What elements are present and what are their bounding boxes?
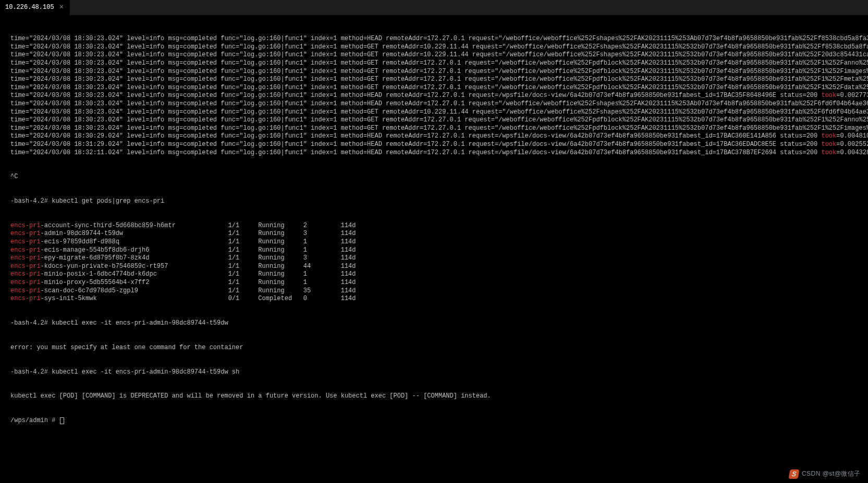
log-area: time="2024/03/08 18:30:23.024" level=inf… [10, 35, 865, 157]
pod-prefix: encs-pri [10, 254, 41, 262]
log-line: time="2024/03/08 18:30:23.024" level=inf… [10, 59, 865, 68]
took-keyword: took [821, 141, 836, 148]
pod-prefix: encs-pri [10, 238, 41, 245]
pod-prefix: encs-pri [10, 222, 41, 229]
table-row: encs-pri-minio-proxy-5db55564b4-x7ff2 1/… [10, 279, 865, 287]
took-keyword: took [821, 92, 836, 99]
log-line: time="2024/03/08 18:30:23.024" level=inf… [10, 76, 865, 84]
log-line: time="2024/03/08 18:30:23.024" level=inf… [10, 68, 865, 76]
log-line: time="2024/03/08 18:30:23.024" level=inf… [10, 35, 865, 43]
table-row: encs-pri-ecis-97859dd8f-d988q 1/1 Runnin… [10, 238, 865, 246]
cursor-icon [60, 417, 64, 424]
table-row: encs-pri-sys-init-5kmwk 0/1 Completed 0 … [10, 295, 865, 303]
table-row: encs-pri-kdocs-yun-private-b7546859c-rt9… [10, 263, 865, 271]
cmd-exec-1: -bash-4.2# kubectl exec -it encs-pri-adm… [10, 319, 865, 328]
exec-error: error: you must specify at least one com… [10, 344, 865, 352]
watermark: S CSDN @st@微信子 [789, 469, 861, 479]
cmd-get-pods: -bash-4.2# kubectl get pods|grep encs-pr… [10, 197, 865, 206]
table-row: encs-pri-ecis-manage-554b5f8db6-drjh6 1/… [10, 246, 865, 255]
table-row: encs-pri-scan-doc-6c7d978dd5-zgpl9 1/1 R… [10, 287, 865, 295]
log-line: time="2024/03/08 18:30:23.024" level=inf… [10, 43, 865, 52]
pod-prefix: encs-pri [10, 263, 41, 270]
log-line: time="2024/03/08 18:30:23.024" level=inf… [10, 51, 865, 59]
log-line: time="2024/03/08 18:32:11.024" level=inf… [10, 149, 865, 157]
pod-prefix: encs-pri [10, 287, 41, 294]
table-row: encs-pri-account-sync-third-5d668bc859-h… [10, 222, 865, 230]
table-row: encs-pri-minio-posix-1-6dbc4774bd-k6dpc … [10, 270, 865, 279]
pod-prefix: encs-pri [10, 230, 41, 237]
pod-prefix: encs-pri [10, 279, 41, 286]
log-line: time="2024/03/08 18:30:23.024" level=inf… [10, 84, 865, 92]
tab-label: 10.226.48.105 [5, 4, 54, 12]
log-line: time="2024/03/08 18:30:23.024" level=inf… [10, 108, 865, 117]
log-line: time="2024/03/08 18:30:23.024" level=inf… [10, 125, 865, 133]
ssh-tab[interactable]: 10.226.48.105 × [0, 0, 70, 15]
pod-prefix: encs-pri [10, 295, 41, 302]
deprecation-warning: kubectl exec [POD] [COMMAND] is DEPRECAT… [10, 392, 865, 401]
tab-bar: 10.226.48.105 × [0, 0, 868, 16]
csdn-logo-icon: S [788, 469, 799, 479]
table-row: encs-pri-epy-migrate-6d8795f8b7-8zk4d 1/… [10, 254, 865, 263]
log-line: time="2024/03/08 18:30:23.024" level=inf… [10, 116, 865, 125]
watermark-text: CSDN @st@微信子 [802, 470, 861, 478]
table-row: encs-pri-admin-98dc89744-t59dw 1/1 Runni… [10, 230, 865, 238]
inner-prompt: /wps/admin # [10, 417, 865, 425]
log-line: time="2024/03/08 18:30:29.024" level=inf… [10, 132, 865, 141]
close-icon[interactable]: × [58, 3, 65, 12]
took-keyword: took [821, 132, 836, 140]
pod-prefix: encs-pri [10, 246, 41, 254]
ctrl-c: ^C [10, 173, 865, 181]
log-line: time="2024/03/08 18:31:29.024" level=inf… [10, 141, 865, 149]
terminal-output[interactable]: time="2024/03/08 18:30:23.024" level=inf… [0, 16, 868, 436]
cmd-exec-2: -bash-4.2# kubectl exec -it encs-pri-adm… [10, 368, 865, 377]
log-line: time="2024/03/08 18:30:23.024" level=inf… [10, 92, 865, 100]
pod-prefix: encs-pri [10, 270, 41, 278]
pods-table: encs-pri-account-sync-third-5d668bc859-h… [10, 222, 865, 303]
took-keyword: took [821, 149, 836, 156]
log-line: time="2024/03/08 18:30:23.024" level=inf… [10, 100, 865, 108]
